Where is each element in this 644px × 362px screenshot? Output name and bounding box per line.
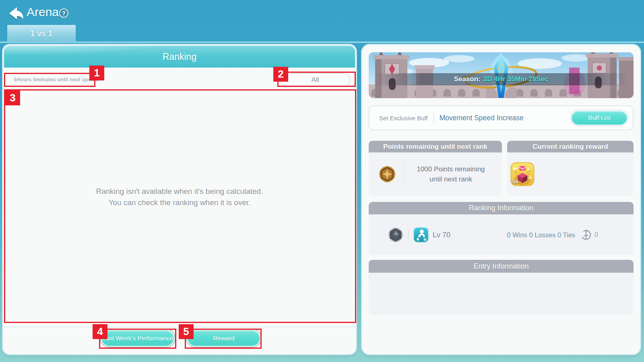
season-time-remaining: 2D 4Hr 35Min 28Sec	[483, 75, 549, 83]
update-timer-text: 5Hours 5minutes until next update	[14, 77, 99, 82]
empty-message-line1: Ranking isn't available when it's being …	[4, 186, 355, 197]
top-divider	[0, 41, 644, 43]
reward-count-badge: 50	[512, 179, 518, 185]
season-info-panel: Season: 2D 4Hr 35Min 28Sec Set Exclusive…	[362, 45, 640, 354]
last-week-performance-button[interactable]: Last Week's Performance	[101, 329, 175, 347]
points-card-body: 1000 Points remaining until next rank	[369, 152, 502, 196]
points-remaining-line2: until next rank	[405, 174, 496, 184]
ranking-list-area: Ranking isn't available when it's being …	[4, 89, 355, 327]
reward-chest-icon: 50	[510, 162, 535, 186]
exclusive-buff-row: Set Exclusive Buff Movement Speed Increa…	[369, 105, 634, 130]
ranking-information-header: Ranking Information	[369, 202, 634, 214]
ranking-filter-value: All	[312, 76, 319, 84]
ranking-panel: Ranking 5Hours 5minutes until next updat…	[3, 45, 356, 354]
empty-ranking-message: Ranking isn't available when it's being …	[4, 186, 355, 208]
ranking-panel-header: Ranking	[4, 46, 355, 68]
back-button[interactable]	[8, 6, 24, 21]
win-loss-record: 0 Wins 0 Losses 0 Ties	[507, 231, 575, 239]
buff-list-button[interactable]: Buff List	[571, 110, 628, 125]
back-arrow-icon	[8, 6, 24, 21]
buff-list-label: Buff List	[588, 114, 611, 121]
tab-1vs1-label: 1 vs 1	[30, 29, 53, 38]
last-week-performance-label: Last Week's Performance	[102, 335, 173, 341]
arena-points-value: 0	[594, 231, 598, 239]
points-card-header: Points remaining until next rank	[369, 141, 502, 152]
empty-message-line2: You can check the ranking when it is ove…	[4, 197, 355, 208]
reward-card-body: 50	[507, 152, 634, 196]
character-class-icon	[413, 227, 429, 243]
reward-card: Current ranking reward	[507, 141, 634, 196]
vertical-divider	[403, 163, 404, 185]
level-label: Lv 70	[433, 231, 450, 239]
points-remaining-text: 1000 Points remaining until next rank	[405, 164, 496, 184]
arena-points-icon	[580, 229, 592, 241]
entry-information-header: Entry Information	[369, 260, 634, 273]
ranking-information-body: Lv 70 0 Wins 0 Losses 0 Ties 0	[369, 214, 634, 255]
arena-screen: Arena ? 1 vs 1 Ranking 5Hours 5minutes u…	[0, 0, 644, 362]
ranking-title: Ranking	[163, 51, 196, 62]
points-card: Points remaining until next rank 1000 Po…	[369, 141, 502, 196]
buff-set-label: Set Exclusive Buff	[379, 115, 428, 121]
bronze-rank-medal-icon	[378, 165, 396, 183]
rank-tier-medal-icon	[388, 227, 403, 243]
help-button[interactable]: ?	[59, 8, 68, 18]
season-timer: Season: 2D 4Hr 35Min 28Sec	[369, 73, 634, 85]
buff-current-value: Movement Speed Increase	[440, 114, 524, 122]
entry-information-body	[369, 273, 634, 315]
points-remaining-line1: 1000 Points remaining	[405, 164, 496, 174]
vertical-divider	[408, 229, 409, 241]
reward-button[interactable]: Reward	[187, 329, 261, 347]
tab-1vs1[interactable]: 1 vs 1	[7, 25, 76, 42]
season-banner: Season: 2D 4Hr 35Min 28Sec	[369, 52, 634, 98]
reward-button-label: Reward	[213, 335, 234, 341]
vertical-divider	[433, 113, 434, 123]
page-title: Arena	[27, 5, 59, 19]
ranking-filter-dropdown[interactable]: All	[280, 73, 350, 87]
question-mark-icon: ?	[62, 10, 66, 16]
season-label: Season:	[454, 75, 481, 83]
reward-card-header: Current ranking reward	[507, 141, 634, 152]
ranking-footer-divider	[4, 327, 355, 327]
